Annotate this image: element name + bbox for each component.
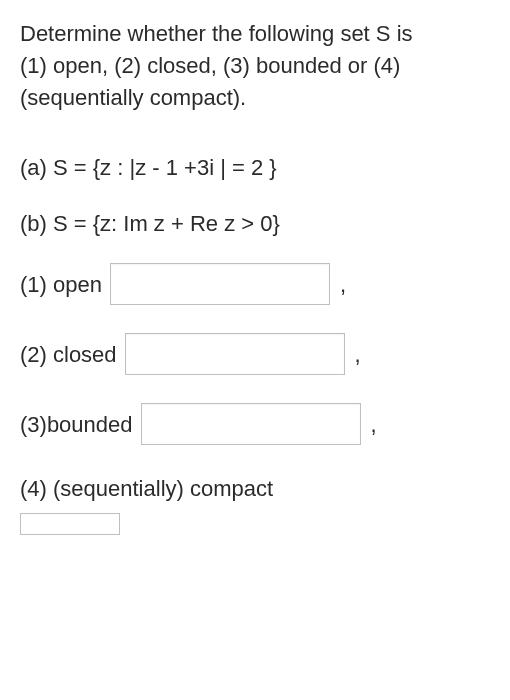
open-label: (1) open bbox=[20, 269, 102, 301]
answer-row-closed: (2) closed , bbox=[20, 333, 490, 375]
question-intro: Determine whether the following set S is… bbox=[20, 18, 490, 114]
comma-2: , bbox=[355, 339, 361, 371]
intro-line-1: Determine whether the following set S is bbox=[20, 18, 490, 50]
bounded-input[interactable] bbox=[141, 403, 361, 445]
bounded-label: (3)bounded bbox=[20, 409, 133, 441]
intro-line-3: (sequentially compact). bbox=[20, 82, 490, 114]
intro-line-2: (1) open, (2) closed, (3) bounded or (4) bbox=[20, 50, 490, 82]
answer-row-compact: (4) (sequentially) compact bbox=[20, 473, 490, 537]
comma-3: , bbox=[371, 409, 377, 441]
comma-1: , bbox=[340, 269, 346, 301]
closed-label: (2) closed bbox=[20, 339, 117, 371]
closed-input[interactable] bbox=[125, 333, 345, 375]
compact-input[interactable] bbox=[20, 513, 120, 535]
answer-row-bounded: (3)bounded , bbox=[20, 403, 490, 445]
answer-row-open: (1) open , bbox=[20, 263, 490, 305]
part-b: (b) S = {z: Im z + Re z > 0} bbox=[20, 208, 490, 240]
open-input[interactable] bbox=[110, 263, 330, 305]
part-a: (a) S = {z : |z - 1 +3i | = 2 } bbox=[20, 152, 490, 184]
compact-label: (4) (sequentially) compact bbox=[20, 473, 490, 505]
